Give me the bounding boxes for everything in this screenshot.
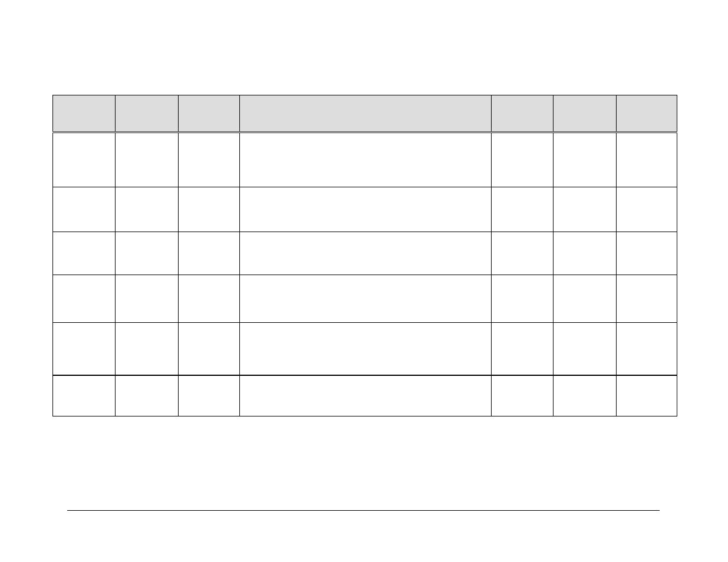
table-cell [116,133,179,187]
table-header-cell [53,95,116,133]
table-cell [554,232,617,275]
table-cell [240,375,492,416]
table-cell [492,133,554,187]
table-cell [53,323,116,375]
table-cell [492,187,554,232]
table-cell [617,133,677,187]
table-cell [116,323,179,375]
table-row [53,133,677,187]
table-cell [554,323,617,375]
table-row [53,323,677,375]
table-header-cell [240,95,492,133]
table-cell [240,232,492,275]
table-cell [240,323,492,375]
table-cell [116,375,179,416]
table-cell [116,232,179,275]
table-cell [492,323,554,375]
table-row [53,275,677,323]
table-cell [179,375,240,416]
table-cell [179,275,240,323]
table-cell [116,187,179,232]
table-cell [492,232,554,275]
table-header-cell [116,95,179,133]
table-cell [617,323,677,375]
table-cell [617,375,677,416]
table-cell [240,187,492,232]
table-cell [53,187,116,232]
table-cell [53,232,116,275]
table-cell [554,133,617,187]
table-cell [617,232,677,275]
table-header-cell [492,95,554,133]
table-cell [240,275,492,323]
table-cell [554,375,617,416]
table-cell [179,323,240,375]
table-header-cell [617,95,677,133]
table-cell [617,187,677,232]
table-header-row [53,95,677,133]
table-cell [554,187,617,232]
table-row [53,187,677,232]
table-header-cell [179,95,240,133]
table-cell [240,133,492,187]
table-cell [179,187,240,232]
table-header-cell [554,95,617,133]
table [52,95,677,416]
table-cell [554,275,617,323]
table-cell [179,232,240,275]
data-table [52,95,677,416]
table-row [53,232,677,275]
table-cell [116,275,179,323]
table-cell [53,275,116,323]
table-cell [617,275,677,323]
table-cell [492,275,554,323]
footer-divider [67,510,660,511]
table-cell [53,375,116,416]
table-cell [179,133,240,187]
table-row [53,375,677,416]
table-cell [53,133,116,187]
table-cell [492,375,554,416]
